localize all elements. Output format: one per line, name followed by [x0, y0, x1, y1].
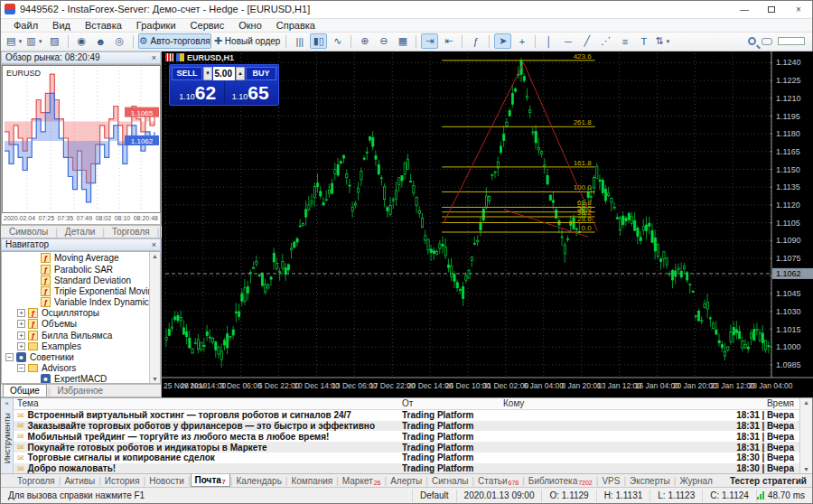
- scroll-down-icon[interactable]: ▼: [803, 466, 809, 472]
- toolbox-vertical-tab[interactable]: × Инструменты: [1, 398, 14, 473]
- horizontal-line-button[interactable]: ─: [559, 33, 576, 49]
- tree-expander-icon[interactable]: +: [17, 309, 25, 317]
- text-label-button[interactable]: T: [635, 33, 652, 49]
- tab-сигналы[interactable]: Сигналы: [428, 474, 472, 488]
- chart-area[interactable]: 423.6261.8161.8100.061.850.038.223.60.01…: [162, 51, 813, 397]
- bars-chart-button[interactable]: |||: [291, 33, 308, 49]
- zoom-in-button[interactable]: ⊕: [356, 33, 373, 49]
- tree-item-advisors[interactable]: −Advisors: [2, 363, 160, 374]
- tab-эксперты[interactable]: Эксперты: [626, 474, 674, 488]
- trendline-button[interactable]: ╱: [578, 33, 595, 49]
- tab-маркет[interactable]: Маркет26: [339, 474, 385, 488]
- mail-row[interactable]: ✉Заказывайте торговых роботов у фрилансе…: [14, 421, 799, 432]
- line-chart-button[interactable]: ∿: [329, 33, 346, 49]
- equidistant-channel-button[interactable]: ≡: [616, 33, 633, 49]
- indicators-button[interactable]: ƒ: [467, 33, 484, 49]
- mail-scrollbar[interactable]: ▲ ▼: [799, 398, 812, 473]
- tile-windows-button[interactable]: ▦: [394, 33, 411, 49]
- scroll-down-icon[interactable]: ▼: [152, 376, 158, 382]
- tree-item-билла-вильямса[interactable]: +ƒБилла Вильямса: [2, 330, 160, 341]
- candles-chart-button[interactable]: ▮▯: [310, 33, 327, 49]
- tab-календарь[interactable]: Календарь: [232, 474, 285, 488]
- tab-почта[interactable]: Почта7: [191, 474, 230, 488]
- tree-expander-icon[interactable]: +: [17, 342, 25, 350]
- maximize-button[interactable]: [758, 1, 785, 18]
- scroll-up-icon[interactable]: ▲: [803, 399, 809, 406]
- tree-item-объемы[interactable]: +ƒОбъемы: [2, 319, 160, 330]
- tree-item-variable-index-dynamic-average[interactable]: ƒVariable Index Dynamic Average: [2, 297, 160, 308]
- new-order-button[interactable]: ✚Новый ордер: [213, 33, 282, 49]
- volume-up-button[interactable]: ▲: [236, 67, 245, 80]
- column-header-time[interactable]: Время: [720, 398, 798, 408]
- buy-price[interactable]: 1.10 65: [225, 81, 277, 103]
- arrows-button[interactable]: ⇅▼: [654, 33, 671, 49]
- chart-shift-button[interactable]: ⇤: [440, 33, 457, 49]
- menu-Вставка[interactable]: Вставка: [78, 20, 129, 31]
- auto-scroll-button[interactable]: ⇥: [421, 33, 438, 49]
- terminal-button[interactable]: ▨: [46, 33, 63, 49]
- tab-библиотека[interactable]: Библиотека7202: [525, 474, 596, 488]
- crosshair-button[interactable]: +: [513, 33, 530, 49]
- scroll-up-icon[interactable]: ▲: [152, 253, 158, 259]
- tree-expander-icon[interactable]: +: [17, 320, 25, 328]
- tab-Детали[interactable]: Детали: [59, 226, 101, 238]
- tab-Торговля[interactable]: Торговля: [106, 226, 156, 238]
- mail-row[interactable]: ✉Встроенный виртуальный хостинг — торгов…: [14, 410, 799, 421]
- minimize-button[interactable]: —: [731, 1, 758, 18]
- status-profile[interactable]: Default: [413, 490, 457, 502]
- navigator-close-icon[interactable]: ×: [152, 240, 156, 249]
- mail-row[interactable]: ✉Покупайте готовых роботов и индикаторы …: [14, 442, 799, 453]
- menu-Справка[interactable]: Справка: [269, 20, 322, 31]
- tab-активы[interactable]: Активы: [61, 474, 98, 488]
- zoom-out-button[interactable]: ⊖: [375, 33, 392, 49]
- tree-item-советники[interactable]: −☻Советники: [2, 351, 160, 362]
- search-icon[interactable]: [748, 37, 756, 45]
- tab-новости[interactable]: Новости: [145, 474, 188, 488]
- column-header-subject[interactable]: Тема: [14, 398, 402, 408]
- community-button[interactable]: ☻: [92, 33, 109, 49]
- tree-expander-icon[interactable]: +: [17, 331, 25, 340]
- mail-row[interactable]: ✉Торговые сигналы и копирование сделокTr…: [14, 453, 799, 463]
- close-button[interactable]: ×: [785, 1, 812, 18]
- tab-Общие[interactable]: Общие: [3, 384, 47, 397]
- menu-Сервис[interactable]: Сервис: [183, 20, 232, 31]
- tab-журнал[interactable]: Журнал: [676, 474, 716, 488]
- sell-price[interactable]: 1.10 62: [172, 81, 224, 103]
- mail-row[interactable]: ✉Мобильный трейдинг — торгуйте из любого…: [14, 431, 799, 442]
- autotrade-button[interactable]: ⚙Авто-торговля: [138, 33, 211, 49]
- tick-chart-panel[interactable]: 1.10651.1062EURUSD 2020.02.0407:2507:350…: [1, 64, 161, 225]
- tab-торговля[interactable]: Торговля: [14, 474, 59, 488]
- tree-item-standard-deviation[interactable]: ƒStandard Deviation: [2, 275, 160, 285]
- mail-row[interactable]: ✉Добро пожаловать!Trading Platform18:30 …: [14, 463, 799, 473]
- column-header-from[interactable]: От: [402, 398, 503, 408]
- navigator-scrollbar[interactable]: ▲ ▼: [149, 252, 160, 383]
- buy-button[interactable]: BUY: [246, 67, 276, 80]
- tree-item-осцилляторы[interactable]: +ƒОсцилляторы: [2, 308, 160, 319]
- cursor-button[interactable]: ➤: [494, 33, 511, 49]
- tree-item-examples[interactable]: +Examples: [2, 341, 160, 351]
- tab-алерты[interactable]: Алерты: [387, 474, 425, 488]
- volume-input[interactable]: 5.00: [213, 67, 235, 80]
- menu-Окно[interactable]: Окно: [231, 20, 269, 31]
- strategy-tester-button[interactable]: Тестер стратегий: [730, 476, 812, 486]
- tree-expander-icon[interactable]: −: [5, 353, 14, 361]
- chat-icon[interactable]: [762, 38, 772, 45]
- tree-item-triple-exponential-moving-avera[interactable]: ƒTriple Exponential Moving Avera: [2, 285, 160, 296]
- signal-button[interactable]: ◎: [111, 33, 128, 49]
- tree-expander-icon[interactable]: −: [17, 364, 25, 372]
- volume-down-button[interactable]: ▼: [203, 67, 212, 80]
- fibonacci-button[interactable]: ⋰: [597, 33, 614, 49]
- tree-item-expertmacd[interactable]: ☻ExpertMACD: [2, 374, 160, 384]
- tab-Символы[interactable]: Символы: [3, 226, 54, 238]
- deposit-button[interactable]: ◉: [73, 33, 90, 49]
- tab-Избранное[interactable]: Избранное: [51, 385, 110, 397]
- tab-история[interactable]: История: [101, 474, 144, 488]
- vertical-line-button[interactable]: │: [540, 33, 557, 49]
- tab-компания[interactable]: Компания: [287, 474, 336, 488]
- tree-item-moving-average[interactable]: ƒMoving Average: [2, 253, 160, 264]
- toolbox-close-icon[interactable]: ×: [5, 399, 9, 407]
- market-watch-close-icon[interactable]: ×: [152, 53, 156, 62]
- new-chart-button[interactable]: ▤▼: [5, 33, 23, 49]
- tab-vps[interactable]: VPS: [598, 474, 623, 488]
- menu-Графики[interactable]: Графики: [129, 20, 183, 31]
